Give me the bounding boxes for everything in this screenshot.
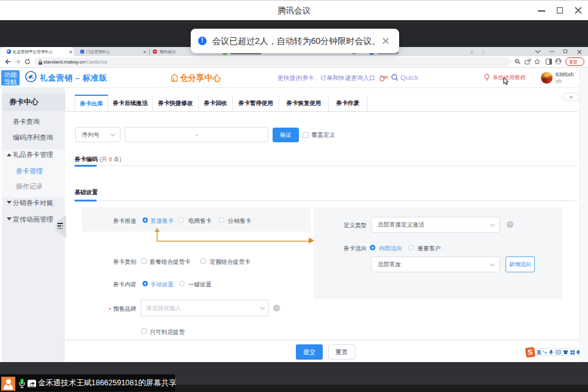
svg-text:英: 英 [536,350,542,355]
